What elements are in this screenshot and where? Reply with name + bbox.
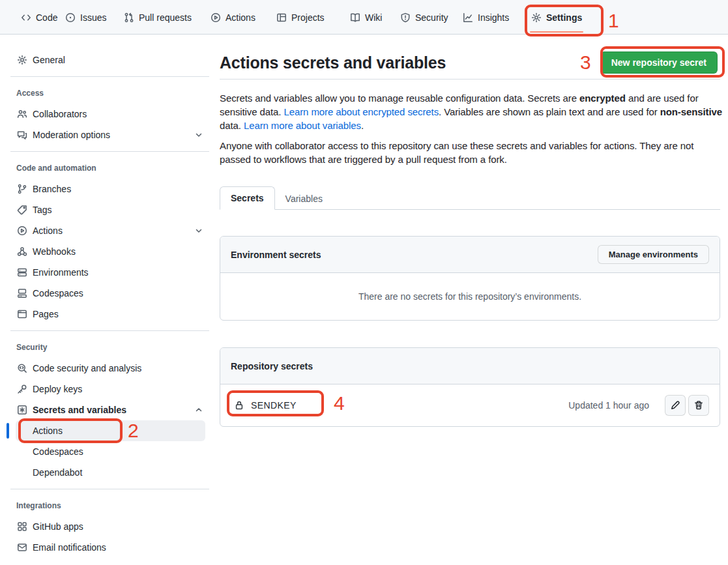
play-icon bbox=[211, 12, 221, 23]
sidebar-item-label: Codespaces bbox=[33, 288, 83, 298]
tab-actions[interactable]: Actions bbox=[205, 0, 261, 35]
tab-label: Pull requests bbox=[139, 12, 192, 23]
chevron-down-icon bbox=[194, 225, 204, 236]
environment-secrets-title: Environment secrets bbox=[231, 250, 321, 260]
tab-wiki[interactable]: Wiki bbox=[345, 0, 387, 35]
sidebar-item-email-notifications[interactable]: Email notifications bbox=[10, 537, 209, 558]
tag-icon bbox=[17, 205, 27, 215]
sidebar-item-label: Dependabot bbox=[33, 467, 82, 478]
intro-paragraph: Secrets and variables allow you to manag… bbox=[220, 91, 725, 132]
sidebar-item-label: Actions bbox=[33, 426, 63, 436]
sidebar-item-label: General bbox=[33, 55, 65, 65]
secrets-variables-tabnav: Secrets Variables bbox=[220, 184, 720, 210]
tab-variables[interactable]: Variables bbox=[275, 188, 333, 210]
tab-label: Issues bbox=[80, 12, 106, 23]
sidebar-item-label: Webhooks bbox=[33, 246, 76, 257]
sidebar-item-collaborators[interactable]: Collaborators bbox=[10, 104, 209, 124]
title-divider bbox=[220, 79, 720, 80]
tab-label: Wiki bbox=[365, 12, 382, 23]
repository-secrets-card: Repository secrets SENDKEY Updated 1 hou… bbox=[220, 347, 720, 427]
sidebar-item-tags[interactable]: Tags bbox=[10, 199, 209, 220]
play-icon bbox=[17, 225, 27, 236]
chevron-up-icon bbox=[194, 405, 204, 415]
browser-icon bbox=[17, 309, 27, 319]
active-item-indicator bbox=[7, 423, 9, 439]
repository-secrets-title: Repository secrets bbox=[231, 361, 313, 371]
sidebar-section-integrations: Integrations bbox=[10, 495, 209, 516]
graph-icon bbox=[463, 12, 473, 23]
tab-label: Actions bbox=[226, 12, 255, 23]
code-icon bbox=[21, 12, 31, 23]
sidebar-subitem-dependabot[interactable]: Dependabot bbox=[16, 462, 205, 483]
secret-row: SENDKEY Updated 1 hour ago bbox=[220, 384, 720, 426]
sidebar-item-label: Moderation options bbox=[33, 130, 110, 140]
edit-secret-button[interactable] bbox=[665, 395, 686, 416]
sidebar-divider bbox=[10, 489, 209, 489]
sidebar-item-moderation-options[interactable]: Moderation options bbox=[10, 124, 209, 145]
delete-secret-button[interactable] bbox=[688, 395, 709, 416]
manage-environments-button[interactable]: Manage environments bbox=[598, 245, 709, 264]
learn-more-variables-link[interactable]: Learn more about variables bbox=[244, 120, 361, 131]
key-icon bbox=[17, 384, 27, 394]
webhook-icon bbox=[17, 246, 27, 257]
intro-text: . bbox=[361, 120, 364, 131]
tab-label: Settings bbox=[546, 12, 582, 23]
lock-icon bbox=[234, 400, 244, 411]
sidebar-item-label: Branches bbox=[33, 184, 71, 194]
sidebar-item-code-security[interactable]: Code security and analysis bbox=[10, 358, 209, 379]
sidebar-divider bbox=[10, 76, 209, 77]
sidebar-item-label: Codespaces bbox=[33, 446, 83, 457]
table-icon bbox=[276, 12, 287, 23]
gear-icon bbox=[17, 55, 27, 65]
main-content: Actions secrets and variables New reposi… bbox=[220, 50, 720, 558]
new-repository-secret-button[interactable]: New repository secret bbox=[600, 51, 718, 74]
tab-projects[interactable]: Projects bbox=[271, 0, 330, 35]
sidebar-item-deploy-keys[interactable]: Deploy keys bbox=[10, 379, 209, 399]
sidebar-item-label: Email notifications bbox=[33, 542, 106, 553]
sidebar-item-label: Code security and analysis bbox=[33, 363, 141, 373]
apps-grid-icon bbox=[17, 521, 27, 532]
tab-label: Insights bbox=[478, 12, 509, 23]
sidebar-divider bbox=[10, 151, 209, 152]
tab-insights[interactable]: Insights bbox=[458, 0, 514, 35]
sidebar-item-secrets-and-variables[interactable]: Secrets and variables bbox=[10, 399, 209, 420]
sidebar-subitem-codespaces[interactable]: Codespaces bbox=[16, 441, 205, 462]
sidebar-item-pages[interactable]: Pages bbox=[10, 304, 209, 325]
intro-text: . Variables are shown as plain text and … bbox=[439, 106, 660, 117]
sidebar-item-label: Pages bbox=[33, 309, 59, 319]
sidebar-item-codespaces[interactable]: Codespaces bbox=[10, 283, 209, 304]
sidebar-item-github-apps[interactable]: GitHub apps bbox=[10, 516, 209, 537]
server-icon bbox=[17, 267, 27, 278]
intro-bold-encrypted: encrypted bbox=[579, 93, 626, 104]
sidebar-item-actions[interactable]: Actions bbox=[10, 220, 209, 241]
trash-icon bbox=[693, 400, 704, 411]
sidebar-item-label: GitHub apps bbox=[33, 521, 83, 532]
intro-text: data. bbox=[220, 120, 244, 131]
sidebar-section-access: Access bbox=[10, 83, 209, 104]
environment-secrets-card: Environment secrets Manage environments … bbox=[220, 236, 720, 321]
tab-secrets[interactable]: Secrets bbox=[220, 186, 275, 210]
sidebar-item-general[interactable]: General bbox=[10, 50, 209, 70]
sidebar-subitem-actions[interactable]: Actions bbox=[16, 420, 205, 441]
sidebar-item-environments[interactable]: Environments bbox=[10, 262, 209, 283]
sidebar-divider bbox=[10, 330, 209, 331]
tab-pull-requests[interactable]: Pull requests bbox=[119, 0, 197, 35]
shield-icon bbox=[400, 12, 411, 23]
tab-settings[interactable]: Settings bbox=[526, 0, 587, 35]
sidebar-item-webhooks[interactable]: Webhooks bbox=[10, 241, 209, 262]
sidebar-item-label: Environments bbox=[33, 267, 89, 278]
settings-sidebar: General Access Collaborators Moderation … bbox=[10, 50, 209, 558]
tab-code[interactable]: Code bbox=[16, 0, 63, 35]
tab-label: Projects bbox=[291, 12, 325, 23]
issue-opened-icon bbox=[65, 12, 76, 23]
sidebar-item-branches[interactable]: Branches bbox=[10, 179, 209, 199]
codescan-icon bbox=[17, 363, 27, 373]
tab-issues[interactable]: Issues bbox=[60, 0, 111, 35]
learn-more-encrypted-secrets-link[interactable]: Learn more about encrypted secrets bbox=[284, 106, 439, 117]
sidebar-section-security: Security bbox=[10, 337, 209, 358]
codespaces-icon bbox=[17, 288, 27, 298]
tab-security[interactable]: Security bbox=[395, 0, 454, 35]
gear-icon bbox=[531, 12, 542, 23]
github-repo-settings-page: Code Issues Pull requests Actions Projec… bbox=[0, 0, 728, 565]
repo-tab-bar: Code Issues Pull requests Actions Projec… bbox=[0, 0, 728, 35]
